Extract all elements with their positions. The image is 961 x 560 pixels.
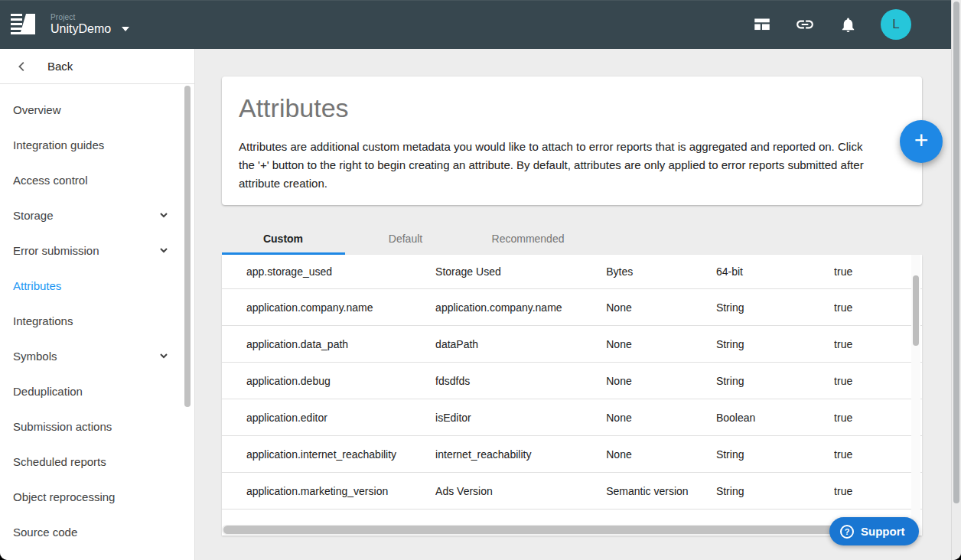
back-button[interactable]: Back <box>0 49 194 84</box>
sidebar-item-integration-guides[interactable]: Integration guides <box>0 127 194 162</box>
sidebar-item-access-control[interactable]: Access control <box>0 162 194 197</box>
chevron-down-icon <box>156 243 171 258</box>
sidebar-scrollbar[interactable] <box>184 86 191 407</box>
project-label: Project <box>50 13 129 22</box>
table-row[interactable]: application.data_path dataPath None Stri… <box>222 326 922 363</box>
help-icon: ? <box>840 525 854 539</box>
table-row[interactable]: application.debug fdsdfds None String tr… <box>222 363 922 399</box>
sidebar-item-label: Deduplication <box>13 385 83 398</box>
attribute-visible: true <box>834 375 922 387</box>
attribute-label: dataPath <box>435 338 606 350</box>
attribute-type: Boolean <box>716 412 834 424</box>
table-row[interactable]: application.internet_reachability intern… <box>222 436 922 473</box>
table-row[interactable]: app.storage_used Storage Used Bytes 64-b… <box>222 255 922 289</box>
page-title: Attributes <box>239 93 868 123</box>
table-row[interactable]: application.marketing_version Ads Versio… <box>222 473 922 510</box>
attribute-label: Ads Version <box>435 485 606 497</box>
attribute-name: application.marketing_version <box>222 485 435 497</box>
support-label: Support <box>861 525 905 538</box>
table-horizontal-scrollbar[interactable] <box>223 526 904 534</box>
attribute-name: app.storage_used <box>222 265 435 278</box>
project-name: UnityDemo <box>50 22 111 36</box>
table-row[interactable]: application.company.name application.com… <box>222 289 922 326</box>
sidebar-item-label: Storage <box>13 209 54 222</box>
sidebar-item-label: Attributes <box>13 279 61 292</box>
support-button[interactable]: ? Support <box>829 517 919 545</box>
sidebar-item-symbols[interactable]: Symbols <box>0 338 194 373</box>
page-scrollbar-track <box>951 0 961 560</box>
attribute-format: None <box>606 301 716 314</box>
sidebar-nav: Overview Integration guides Access contr… <box>0 84 194 549</box>
attribute-type: String <box>716 485 834 497</box>
sidebar-item-error-submission[interactable]: Error submission <box>0 233 194 268</box>
attribute-name: application.internet_reachability <box>222 448 435 461</box>
attribute-type: String <box>716 375 834 387</box>
attribute-format: None <box>606 338 716 350</box>
tab-label: Default <box>389 233 422 245</box>
page-scrollbar[interactable] <box>953 2 959 503</box>
attribute-visible: true <box>834 412 922 424</box>
sidebar-item-label: Scheduled reports <box>13 455 106 468</box>
sidebar-item-label: Symbols <box>13 350 57 363</box>
table-vertical-scrollbar[interactable] <box>913 275 919 346</box>
attribute-format: Semantic version <box>606 485 716 497</box>
attribute-name: application.editor <box>222 412 435 424</box>
page-description: Attributes are additional custom metadat… <box>239 138 868 193</box>
attribute-type: String <box>716 448 834 461</box>
attribute-name: application.data_path <box>222 338 435 350</box>
link-icon[interactable] <box>795 15 815 34</box>
attribute-name: application.company.name <box>222 301 435 314</box>
attribute-visible: true <box>834 485 922 497</box>
sidebar-item-source-code[interactable]: Source code <box>0 514 194 549</box>
back-label: Back <box>47 60 73 73</box>
sidebar-item-label: Overview <box>13 103 61 116</box>
backtrace-logo-icon <box>11 11 37 37</box>
sidebar-item-integrations[interactable]: Integrations <box>0 303 194 338</box>
sidebar-item-label: Source code <box>13 526 77 539</box>
attribute-tabs: Custom Default Recommended <box>222 223 922 255</box>
user-avatar[interactable]: L <box>881 9 911 40</box>
table-row[interactable]: application.editor isEditor None Boolean… <box>222 399 922 436</box>
sidebar-item-label: Submission actions <box>13 420 112 433</box>
tab-label: Custom <box>263 233 303 245</box>
tab-custom[interactable]: Custom <box>222 223 344 255</box>
attribute-visible: true <box>834 448 922 461</box>
attribute-visible: true <box>834 265 922 278</box>
notifications-bell-icon[interactable] <box>838 15 858 34</box>
attribute-format: Bytes <box>606 265 716 278</box>
dashboard-icon[interactable] <box>752 15 772 34</box>
sidebar-item-label: Error submission <box>13 244 99 257</box>
sidebar-item-label: Integration guides <box>13 138 104 151</box>
project-selector[interactable]: Project UnityDemo <box>50 13 129 36</box>
sidebar-item-submission-actions[interactable]: Submission actions <box>0 409 194 444</box>
tab-recommended[interactable]: Recommended <box>467 223 589 255</box>
chevron-down-icon <box>122 27 129 31</box>
attributes-header-card: Attributes Attributes are additional cus… <box>222 77 922 205</box>
tab-default[interactable]: Default <box>344 223 467 255</box>
sidebar-item-scheduled-reports[interactable]: Scheduled reports <box>0 444 194 479</box>
attribute-type: String <box>716 301 834 314</box>
attribute-type: 64-bit <box>716 265 834 278</box>
sidebar-item-object-reprocessing[interactable]: Object reprocessing <box>0 479 194 514</box>
attribute-label: Storage Used <box>435 265 606 278</box>
topbar: Project UnityDemo <box>0 0 951 49</box>
attribute-format: None <box>606 412 716 424</box>
sidebar-item-overview[interactable]: Overview <box>0 92 194 127</box>
attribute-label: internet_reachability <box>435 448 606 461</box>
attributes-table: app.storage_used Storage Used Bytes 64-b… <box>222 255 922 536</box>
sidebar-item-deduplication[interactable]: Deduplication <box>0 373 194 409</box>
attribute-label: application.company.name <box>435 301 606 314</box>
sidebar-item-label: Access control <box>13 174 88 187</box>
sidebar-item-attributes[interactable]: Attributes <box>0 268 194 303</box>
attribute-type: String <box>716 338 834 350</box>
attribute-format: None <box>606 448 716 461</box>
attribute-name: application.debug <box>222 375 435 387</box>
sidebar-item-storage[interactable]: Storage <box>0 197 194 233</box>
sidebar-item-label: Object reprocessing <box>13 490 115 503</box>
app-window: Project UnityDemo <box>0 0 961 560</box>
sidebar-item-label: Integrations <box>13 314 73 327</box>
attribute-format: None <box>606 375 716 387</box>
plus-icon: + <box>914 128 929 152</box>
add-attribute-button[interactable]: + <box>900 120 943 163</box>
chevron-down-icon <box>156 207 171 223</box>
